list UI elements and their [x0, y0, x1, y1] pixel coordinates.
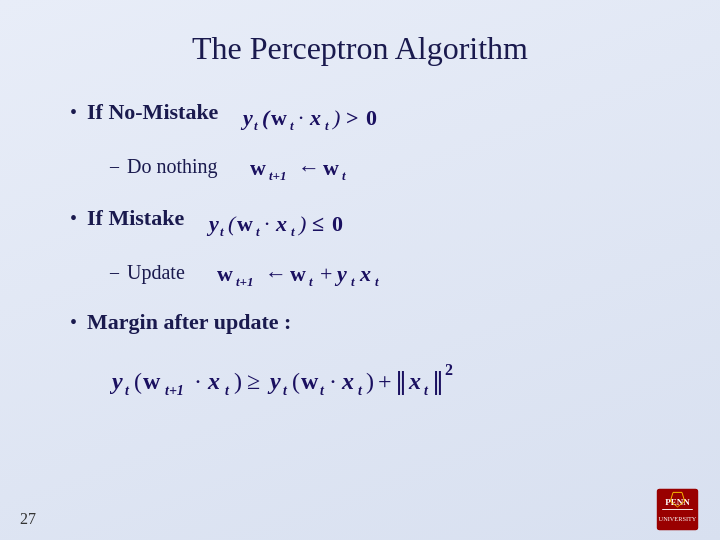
slide: The Perceptron Algorithm • If No-Mistake… [0, 0, 720, 540]
svg-text:t: t [291, 224, 295, 239]
svg-text:t: t [225, 383, 230, 398]
svg-text:‖: ‖ [432, 368, 444, 395]
svg-text:w: w [143, 368, 161, 394]
university-logo: PENN UNIVERSITY [655, 487, 700, 532]
no-mistake-label: If No-Mistake [87, 99, 218, 125]
mistake-row: • If Mistake y t ( w t · x t ) [70, 203, 670, 241]
svg-text:x: x [408, 368, 421, 394]
svg-text:t: t [424, 383, 429, 398]
svg-text:0: 0 [366, 105, 377, 130]
svg-text:t: t [309, 274, 313, 289]
svg-text:t: t [358, 383, 363, 398]
no-mistake-math: y t ( w t · x t ) > 0 [238, 97, 458, 135]
svg-text:w: w [237, 211, 253, 236]
svg-text:x: x [207, 368, 220, 394]
svg-text:y: y [240, 105, 253, 130]
svg-text:w: w [323, 155, 339, 180]
margin-row: • Margin after update : [70, 309, 670, 343]
update-1-svg: w t+1 ← w t [248, 147, 438, 185]
svg-text:y: y [334, 261, 347, 286]
svg-text:x: x [359, 261, 371, 286]
bullet-dot-3: • [70, 311, 77, 334]
svg-text:(: ( [134, 368, 142, 394]
svg-text:): ) [331, 105, 340, 130]
svg-text:(: ( [228, 211, 237, 236]
svg-text:y: y [267, 368, 281, 394]
svg-text:w: w [301, 368, 319, 394]
mistake-label: If Mistake [87, 205, 184, 231]
svg-text:≤: ≤ [312, 211, 324, 236]
svg-text:t: t [351, 274, 355, 289]
svg-text:+: + [378, 368, 392, 394]
svg-text:t: t [125, 383, 130, 398]
margin-formula-svg: y t ( w t+1 · x t ) ≥ y t ( [110, 355, 690, 403]
svg-text:t+1: t+1 [165, 383, 184, 398]
svg-text:): ) [234, 368, 242, 394]
svg-text:(: ( [292, 368, 300, 394]
svg-text:w: w [217, 261, 233, 286]
svg-text:>: > [346, 105, 359, 130]
mistake-math: y t ( w t · x t ) ≤ 0 [204, 203, 424, 241]
svg-text:t: t [256, 224, 260, 239]
svg-text:y: y [110, 368, 123, 394]
no-mistake-section: • If No-Mistake y t ( w t · x [70, 97, 670, 185]
mistake-section: • If Mistake y t ( w t · x t ) [70, 203, 670, 291]
svg-text:t: t [342, 168, 346, 183]
svg-text:·: · [330, 368, 336, 394]
svg-text:w: w [250, 155, 266, 180]
update-math: w t+1 ← w t + y t x t [215, 253, 495, 291]
svg-text:t: t [290, 118, 294, 133]
condition-2-svg: y t ( w t · x t ) ≤ 0 [204, 203, 424, 241]
svg-text:): ) [297, 211, 306, 236]
margin-label: Margin after update : [87, 309, 291, 335]
no-mistake-bullet: • If No-Mistake [70, 99, 218, 125]
svg-text:‖: ‖ [395, 368, 407, 395]
svg-text:·: · [298, 105, 304, 130]
svg-text:w: w [271, 105, 287, 130]
svg-text:t: t [254, 118, 258, 133]
margin-section: • Margin after update : y t ( w t+1 · x [70, 309, 670, 403]
svg-text:PENN: PENN [665, 497, 690, 507]
svg-text:t+1: t+1 [269, 168, 287, 183]
svg-text:UNIVERSITY: UNIVERSITY [659, 515, 697, 522]
slide-title: The Perceptron Algorithm [50, 30, 670, 67]
svg-text:t: t [320, 383, 325, 398]
svg-text:t: t [220, 224, 224, 239]
svg-text:x: x [341, 368, 354, 394]
svg-text:w: w [290, 261, 306, 286]
svg-text:·: · [264, 211, 270, 236]
svg-text:(: ( [262, 105, 271, 130]
svg-text:x: x [309, 105, 321, 130]
svg-text:≥: ≥ [247, 368, 260, 394]
svg-text:←: ← [265, 261, 287, 286]
mistake-bullet: • If Mistake [70, 205, 184, 231]
svg-text:t: t [283, 383, 288, 398]
svg-text:←: ← [298, 155, 320, 180]
bullet-dot-1: • [70, 101, 77, 124]
svg-text:t: t [325, 118, 329, 133]
svg-text:·: · [195, 368, 201, 394]
slide-content: • If No-Mistake y t ( w t · x [50, 97, 670, 403]
svg-text:y: y [206, 211, 219, 236]
svg-text:t: t [375, 274, 379, 289]
do-nothing-row: – Do nothing w t+1 ← w t [110, 147, 670, 185]
page-number: 27 [20, 510, 36, 528]
sub-dash-2: – [110, 262, 119, 283]
svg-text:x: x [275, 211, 287, 236]
svg-text:+: + [320, 261, 332, 286]
margin-formula-container: y t ( w t+1 · x t ) ≥ y t ( [110, 355, 670, 403]
update-2-svg: w t+1 ← w t + y t x t [215, 253, 495, 291]
margin-bullet: • Margin after update : [70, 309, 291, 335]
do-nothing-label: Do nothing [127, 155, 218, 178]
condition-1-svg: y t ( w t · x t ) > 0 [238, 97, 458, 135]
update-label: Update [127, 261, 185, 284]
do-nothing-math: w t+1 ← w t [248, 147, 438, 185]
svg-text:): ) [366, 368, 374, 394]
no-mistake-row: • If No-Mistake y t ( w t · x [70, 97, 670, 135]
svg-text:2: 2 [445, 361, 453, 378]
sub-dash-1: – [110, 156, 119, 177]
svg-text:0: 0 [332, 211, 343, 236]
bullet-dot-2: • [70, 207, 77, 230]
svg-text:t+1: t+1 [236, 274, 254, 289]
update-row: – Update w t+1 ← w t + y t x t [110, 253, 670, 291]
